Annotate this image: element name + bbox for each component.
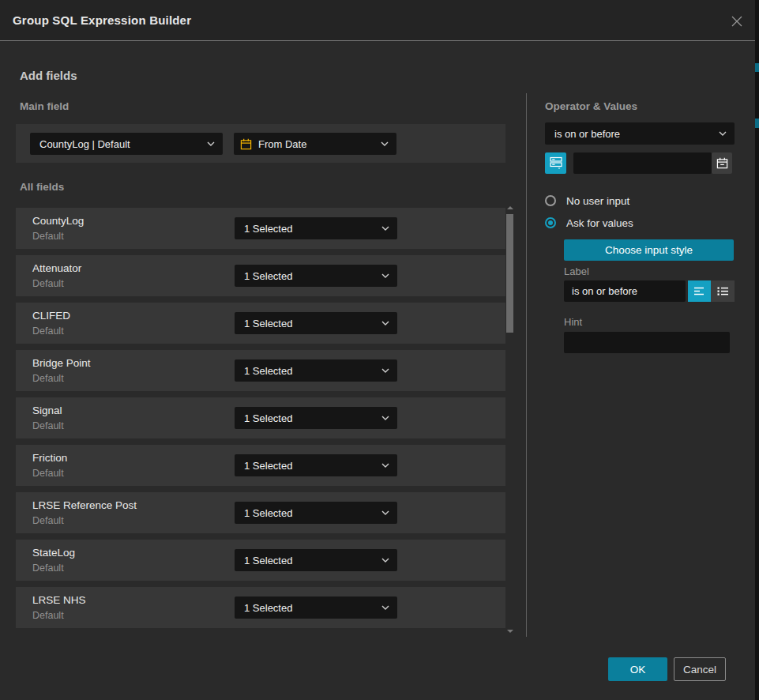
field-subtitle: Default <box>32 326 64 337</box>
field-row: CountyLog Default 1 Selected <box>16 208 505 249</box>
panel-divider <box>526 93 527 637</box>
chevron-down-icon <box>381 273 389 278</box>
field-values-select[interactable]: 1 Selected <box>235 312 397 334</box>
field-values-select-value: 1 Selected <box>235 223 381 235</box>
dialog-titlebar: Group SQL Expression Builder <box>0 0 755 41</box>
main-field-select[interactable]: From Date <box>234 133 396 155</box>
list-scrollbar[interactable] <box>505 202 515 637</box>
ask-for-values-label[interactable]: Ask for values <box>566 217 633 229</box>
background-highlight <box>755 119 759 128</box>
field-values-select-value: 1 Selected <box>235 365 381 377</box>
scroll-up-icon[interactable] <box>507 206 513 209</box>
field-name: Attenuator <box>32 262 81 274</box>
field-values-select[interactable]: 1 Selected <box>235 359 397 382</box>
operator-select-value: is on or before <box>545 128 719 140</box>
field-name: Friction <box>32 452 67 464</box>
label-field-label: Label <box>564 265 589 277</box>
ask-for-values-radio[interactable] <box>545 217 556 228</box>
background-app-edge <box>755 0 759 700</box>
field-values-select-value: 1 Selected <box>235 412 381 424</box>
field-row: LRSE NHS Default 1 Selected <box>16 587 505 628</box>
close-icon[interactable] <box>730 14 744 28</box>
hint-field-label: Hint <box>564 316 582 328</box>
list-style-toggle[interactable] <box>711 280 735 302</box>
operator-values-heading: Operator & Values <box>545 100 637 112</box>
field-values-select[interactable]: 1 Selected <box>235 597 397 619</box>
field-row: LRSE Reference Post Default 1 Selected <box>16 492 505 533</box>
field-subtitle: Default <box>32 278 64 289</box>
choose-input-style-button[interactable]: Choose input style <box>564 239 734 261</box>
field-values-select[interactable]: 1 Selected <box>235 502 397 524</box>
layer-select-value: CountyLog | Default <box>30 138 207 150</box>
main-field-label: Main field <box>20 100 69 112</box>
label-input[interactable] <box>564 280 686 302</box>
no-user-input-label[interactable]: No user input <box>566 195 629 207</box>
field-values-select-value: 1 Selected <box>235 460 381 472</box>
chevron-down-icon <box>381 558 389 563</box>
field-subtitle: Default <box>32 231 64 242</box>
field-subtitle: Default <box>32 373 64 384</box>
field-row: CLIFED Default 1 Selected <box>16 303 505 344</box>
chevron-down-icon <box>381 510 389 515</box>
all-fields-list: CountyLog Default 1 Selected Attenuator … <box>16 208 505 634</box>
single-line-style-toggle[interactable] <box>688 280 711 302</box>
main-field-panel: CountyLog | Default From Date <box>16 124 505 163</box>
all-fields-label: All fields <box>20 181 64 193</box>
chevron-down-icon <box>381 141 389 146</box>
hint-input[interactable] <box>564 332 730 353</box>
no-user-input-radio[interactable] <box>545 195 556 206</box>
field-subtitle: Default <box>32 468 64 479</box>
field-values-select[interactable]: 1 Selected <box>235 265 397 287</box>
field-subtitle: Default <box>32 515 64 526</box>
field-row: Signal Default 1 Selected <box>16 397 505 438</box>
field-values-select[interactable]: 1 Selected <box>235 549 397 571</box>
chevron-down-icon <box>381 463 389 468</box>
field-name: LRSE Reference Post <box>32 499 137 511</box>
chevron-down-icon <box>207 141 215 146</box>
layer-select[interactable]: CountyLog | Default <box>30 133 223 155</box>
field-row: StateLog Default 1 Selected <box>16 540 505 581</box>
ok-button[interactable]: OK <box>608 657 667 681</box>
field-name: Signal <box>32 405 62 416</box>
field-values-select[interactable]: 1 Selected <box>235 407 397 429</box>
scroll-down-icon[interactable] <box>507 630 513 633</box>
field-row: Friction Default 1 Selected <box>16 445 505 486</box>
chevron-down-icon <box>381 416 389 420</box>
dialog-title: Group SQL Expression Builder <box>13 13 191 27</box>
field-row: Attenuator Default 1 Selected <box>16 255 505 296</box>
group-sql-expression-builder-dialog: { "dialog": { "title": "Group SQL Expres… <box>0 0 759 700</box>
background-highlight <box>755 63 759 72</box>
field-values-select[interactable]: 1 Selected <box>235 217 397 239</box>
field-name: LRSE NHS <box>32 594 86 606</box>
field-values-select-value: 1 Selected <box>235 602 381 614</box>
chevron-down-icon <box>381 368 389 373</box>
field-values-select-value: 1 Selected <box>235 555 381 566</box>
chevron-down-icon <box>381 226 389 231</box>
chevron-down-icon <box>381 321 389 326</box>
cancel-button[interactable]: Cancel <box>674 657 726 681</box>
field-name: CLIFED <box>32 310 70 322</box>
field-values-select-value: 1 Selected <box>235 318 381 329</box>
field-subtitle: Default <box>32 610 64 621</box>
operator-select[interactable]: is on or before <box>545 122 735 145</box>
field-values-select-value: 1 Selected <box>235 507 381 519</box>
field-subtitle: Default <box>32 563 64 574</box>
calendar-icon <box>240 138 252 150</box>
chevron-down-icon <box>719 131 727 136</box>
chevron-down-icon <box>381 605 389 610</box>
main-field-select-value: From Date <box>252 138 381 150</box>
field-name: CountyLog <box>32 215 84 227</box>
field-subtitle: Default <box>32 420 64 431</box>
input-type-button[interactable] <box>545 152 566 174</box>
field-name: Bridge Point <box>32 357 91 369</box>
field-row: Bridge Point Default 1 Selected <box>16 350 505 391</box>
date-picker-button[interactable] <box>712 152 732 174</box>
add-fields-heading: Add fields <box>20 69 77 82</box>
field-name: StateLog <box>32 547 75 559</box>
scrollbar-thumb[interactable] <box>506 214 513 333</box>
field-values-select[interactable]: 1 Selected <box>235 454 397 476</box>
field-values-select-value: 1 Selected <box>235 270 381 282</box>
date-value-input[interactable] <box>573 152 712 174</box>
